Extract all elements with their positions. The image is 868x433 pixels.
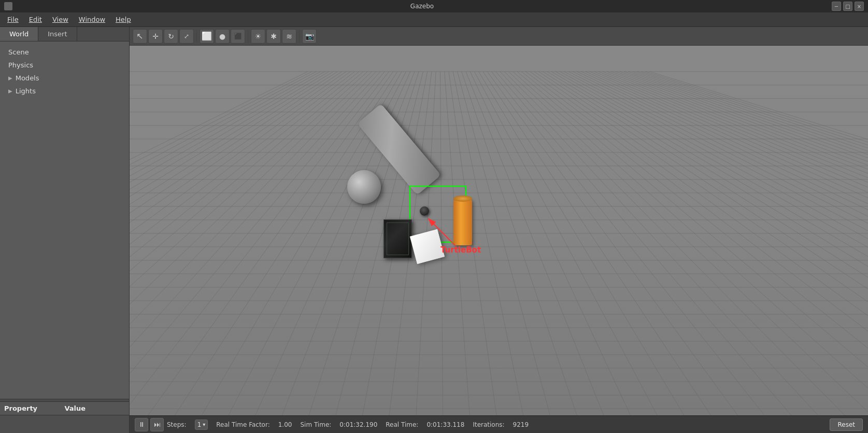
pause-icon: ⏸ [138, 421, 145, 428]
maximize-button[interactable]: □ [843, 2, 852, 11]
tree-item-lights[interactable]: ▶ Lights [0, 85, 129, 97]
window-menu[interactable]: Window [74, 13, 110, 25]
svg-line-1 [428, 218, 455, 245]
3d-scene[interactable]: TurtleBot [130, 46, 868, 415]
tree-item-physics[interactable]: Physics [0, 59, 129, 72]
select-tool-button[interactable]: ↖ [133, 29, 147, 44]
value-col-header: Value [65, 404, 125, 412]
step-forward-button[interactable]: ⏭ [150, 418, 164, 431]
reset-button[interactable]: Reset [830, 418, 863, 431]
titlebar: Gazebo − □ × [0, 0, 868, 12]
directional-light-button[interactable]: ≋ [282, 29, 296, 44]
tab-insert[interactable]: Insert [38, 27, 77, 41]
main-layout: World Insert Scene Physics ▶ Models ▶ Li… [0, 27, 868, 433]
statusbar: ⏸ ⏭ Steps: 1 Real Time Factor: 1.00 Sim … [130, 415, 868, 433]
sim-time-label: Sim Time: [300, 421, 331, 428]
real-time-factor-label: Real Time Factor: [216, 421, 269, 428]
tree-item-scene[interactable]: Scene [0, 46, 129, 59]
tab-bar: World Insert [0, 27, 129, 41]
toolbar-sep-1 [196, 30, 197, 43]
toolbar-sep-2 [248, 30, 248, 43]
tree-item-lights-label: Lights [16, 87, 36, 95]
tree-item-models[interactable]: ▶ Models [0, 72, 129, 85]
real-time-value: 0:01:33.118 [426, 421, 464, 428]
sim-time-value: 0:01:32.190 [339, 421, 377, 428]
steps-label: Steps: [167, 421, 187, 428]
toolbar-sep-3 [299, 30, 300, 43]
sphere-shape-button[interactable]: ● [215, 29, 230, 44]
minimize-button[interactable]: − [832, 2, 841, 11]
close-button[interactable]: × [855, 2, 864, 11]
scene-grid [130, 46, 868, 415]
edit-menu[interactable]: Edit [24, 13, 47, 25]
real-time-factor-value: 1.00 [278, 421, 292, 428]
turtlebot-label: TurtleBot [440, 245, 481, 255]
left-panel: World Insert Scene Physics ▶ Models ▶ Li… [0, 27, 130, 433]
scale-tool-button[interactable]: ⤢ [179, 29, 194, 44]
steps-dropdown[interactable]: 1 [195, 420, 208, 430]
menubar: File Edit View Window Help [0, 12, 868, 27]
tree-item-scene-label: Scene [8, 48, 29, 56]
lights-expand-arrow: ▶ [8, 88, 12, 94]
cylinder-shape-button[interactable]: ⬛ [231, 29, 245, 44]
view-menu[interactable]: View [47, 13, 74, 25]
property-header: Property Value [0, 402, 129, 415]
step-forward-icon: ⏭ [154, 421, 161, 428]
help-menu[interactable]: Help [110, 13, 136, 25]
tree-item-models-label: Models [16, 74, 39, 82]
rotate-tool-button[interactable]: ↻ [164, 29, 178, 44]
titlebar-icon [4, 2, 12, 10]
models-expand-arrow: ▶ [8, 75, 12, 81]
pause-button[interactable]: ⏸ [135, 418, 148, 431]
tab-world[interactable]: World [0, 27, 38, 41]
real-time-label: Real Time: [386, 421, 418, 428]
titlebar-controls: − □ × [832, 2, 864, 11]
property-table: Property Value [0, 402, 129, 433]
scene-object-sphere[interactable] [347, 170, 381, 204]
iterations-value: 9219 [513, 421, 529, 428]
spot-light-button[interactable]: ✱ [266, 29, 281, 44]
box-shape-button[interactable]: ⬜ [200, 29, 214, 44]
titlebar-title: Gazebo [12, 3, 832, 10]
file-menu[interactable]: File [2, 13, 24, 25]
screenshot-button[interactable]: 📷 [302, 29, 317, 44]
translate-tool-button[interactable]: ✛ [148, 29, 163, 44]
point-light-button[interactable]: ☀ [251, 29, 265, 44]
property-col-header: Property [4, 404, 65, 412]
scene-object-dark-box[interactable] [383, 219, 412, 258]
toolbar: ↖ ✛ ↻ ⤢ ⬜ ● ⬛ ☀ ✱ ≋ 📷 [130, 27, 868, 46]
tree-item-physics-label: Physics [8, 61, 33, 69]
iterations-label: Iterations: [473, 421, 504, 428]
world-tree: Scene Physics ▶ Models ▶ Lights [0, 41, 129, 399]
viewport: ↖ ✛ ↻ ⤢ ⬜ ● ⬛ ☀ ✱ ≋ 📷 [130, 27, 868, 433]
